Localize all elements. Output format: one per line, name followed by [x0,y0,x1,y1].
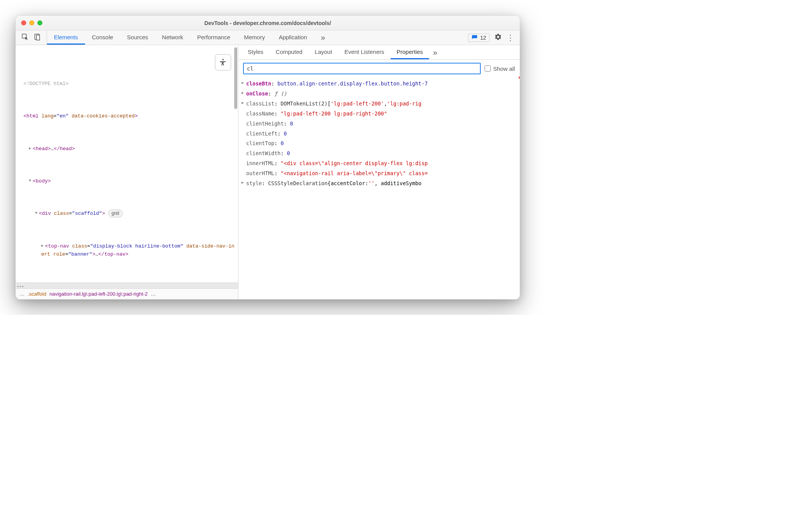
gutter-menu-icon[interactable]: ••• [17,284,24,288]
tab-event-listeners[interactable]: Event Listeners [338,45,390,59]
breadcrumb-item-active[interactable]: navigation-rail.lg\:pad-left-200.lg\:pad… [48,291,149,297]
properties-filter-input[interactable] [243,63,481,74]
issues-button[interactable]: 12 [468,33,490,42]
annotation-arrow: ➜ [517,68,520,86]
tabs-overflow-button[interactable]: » [314,30,332,45]
property-row[interactable]: ▶closeBtn: button.align-center.display-f… [242,79,518,89]
property-row[interactable]: clientTop: 0 [242,139,518,149]
tab-network[interactable]: Network [155,30,190,45]
sidebar-tabs-overflow[interactable]: » [429,45,441,59]
traffic-lights [21,20,42,25]
window-title: DevTools - developer.chrome.com/docs/dev… [16,20,520,26]
main-tabs: Elements Console Sources Network Perform… [47,30,468,45]
tab-computed[interactable]: Computed [270,45,309,59]
properties-filter-row: Show all [238,60,520,77]
more-options-icon[interactable]: ⋮ [507,34,514,42]
property-row[interactable]: ▶onClose: ƒ () [242,89,518,99]
breadcrumb-item[interactable]: .scaffold [26,291,48,297]
properties-list[interactable]: ▶closeBtn: button.align-center.display-f… [238,77,520,189]
div-scaffold[interactable]: ▼<div class="scaffold"> grid [16,209,238,218]
svg-rect-2 [37,35,40,40]
sidebar-tabs: Styles Computed Layout Event Listeners P… [238,45,520,60]
property-row[interactable]: clientWidth: 0 [242,149,518,159]
tab-elements[interactable]: Elements [47,30,85,45]
top-nav-element[interactable]: ▶<top-nav class="display-block hairline-… [16,242,238,258]
head-element[interactable]: ▶<head>…</head> [16,145,238,153]
breadcrumb-ellipsis-left[interactable]: … [18,291,26,297]
property-row[interactable]: ▶style: CSSStyleDeclaration {accentColor… [242,179,518,189]
property-row[interactable]: clientHeight: 0 [242,119,518,129]
scrollbar-thumb[interactable] [234,47,237,109]
breadcrumb[interactable]: … .scaffold navigation-rail.lg\:pad-left… [16,288,238,299]
sidebar-pane: Styles Computed Layout Event Listeners P… [238,45,520,299]
devtools-window: ➜ DevTools - developer.chrome.com/docs/d… [15,15,520,300]
tab-performance[interactable]: Performance [190,30,237,45]
property-row[interactable]: innerHTML: "<div class=\"align-center di… [242,159,518,169]
close-window-button[interactable] [21,20,26,25]
tab-console[interactable]: Console [85,30,120,45]
property-row[interactable]: clientLeft: 0 [242,129,518,139]
minimize-window-button[interactable] [29,20,34,25]
settings-gear-icon[interactable] [494,33,502,42]
tab-application[interactable]: Application [272,30,314,45]
property-row[interactable]: ▶classList: DOMTokenList(2) ['lg:pad-lef… [242,99,518,109]
html-element[interactable]: <html lang="en" data-cookies-accepted> [16,112,238,120]
show-all-checkbox-input[interactable] [485,65,491,72]
navigation-rail-selected[interactable]: ••• ▶<navigation-rail aria-label="primar… [16,283,238,288]
main-toolbar: Elements Console Sources Network Perform… [16,30,520,45]
dom-tree[interactable]: <!DOCTYPE html> <html lang="en" data-coo… [16,45,238,288]
issues-count: 12 [480,35,486,41]
body-element[interactable]: ▼<body> [16,177,238,185]
inspect-element-icon[interactable] [21,33,29,42]
tab-memory[interactable]: Memory [237,30,272,45]
layout-badge-grid[interactable]: grid [108,209,123,218]
maximize-window-button[interactable] [37,20,42,25]
property-row[interactable]: outerHTML: "<navigation-rail aria-label=… [242,169,518,179]
show-all-label: Show all [493,65,515,72]
breadcrumb-ellipsis-right[interactable]: … [149,291,157,297]
property-row[interactable]: className: "lg:pad-left-200 lg:pad-right… [242,109,518,119]
show-all-checkbox[interactable]: Show all [485,65,515,72]
tab-styles[interactable]: Styles [242,45,270,59]
elements-panel: <!DOCTYPE html> <html lang="en" data-coo… [16,45,238,299]
main-split: <!DOCTYPE html> <html lang="en" data-coo… [16,45,520,299]
tab-sources[interactable]: Sources [120,30,155,45]
device-toolbar-icon[interactable] [34,33,41,42]
tab-layout[interactable]: Layout [309,45,338,59]
tab-properties[interactable]: Properties [391,45,429,59]
doctype-text: <!DOCTYPE html> [23,81,69,87]
window-titlebar: DevTools - developer.chrome.com/docs/dev… [16,16,520,30]
